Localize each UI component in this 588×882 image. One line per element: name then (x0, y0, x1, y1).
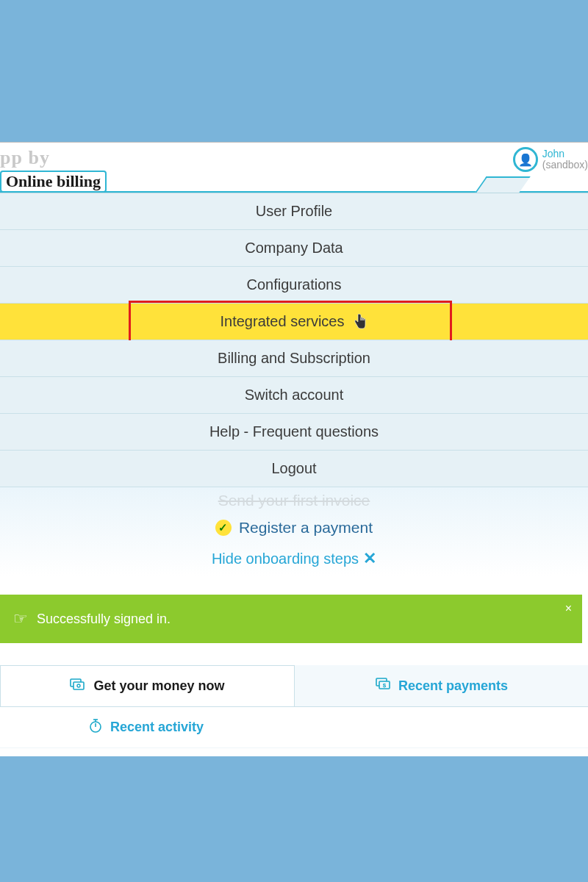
tab-label: Recent payments (398, 678, 508, 694)
tab-label: Get your money now (93, 678, 224, 694)
success-alert: ☞ Successfully signed in. × (0, 595, 582, 643)
menu-item-label: Company Data (245, 240, 343, 257)
pointing-hand-icon: ☞ (13, 609, 28, 628)
hide-onboarding-button[interactable]: Hide onboarding steps ✕ (0, 543, 588, 574)
main-content: Send your first invoice ✓ Register a pay… (0, 487, 588, 748)
menu-item-billing-subscription[interactable]: Billing and Subscription (0, 340, 588, 377)
onboarding-step-register-payment[interactable]: ✓ Register a payment (0, 512, 588, 543)
check-icon: ✓ (215, 520, 232, 536)
header: pp by Online billing 👤 John (sandbox) (0, 143, 588, 193)
onboarding-step-label: Register a payment (239, 519, 373, 537)
logo-text-bottom: Online billing (0, 171, 107, 193)
svg-rect-1 (74, 682, 84, 689)
stopwatch-icon (88, 718, 103, 736)
tab-label: Recent activity (110, 720, 204, 735)
user-label: John (sandbox) (542, 148, 588, 171)
user-dropdown-menu: User Profile Company Data Configurations… (0, 193, 588, 487)
tab-get-money-now[interactable]: Get your money now (0, 665, 295, 706)
menu-item-label: Configurations (247, 276, 342, 293)
hide-onboarding-label: Hide onboarding steps (212, 551, 359, 567)
menu-item-company-data[interactable]: Company Data (0, 230, 588, 267)
menu-item-integrated-services[interactable]: Integrated services (0, 304, 588, 340)
tab-recent-activity[interactable]: Recent activity (0, 707, 588, 748)
menu-item-help-faq[interactable]: Help - Frequent questions (0, 414, 588, 451)
menu-item-label: Billing and Subscription (218, 350, 370, 367)
alert-close-button[interactable]: × (565, 602, 572, 615)
menu-item-label: User Profile (256, 203, 332, 220)
menu-item-label: Logout (271, 460, 316, 477)
menu-item-switch-account[interactable]: Switch account (0, 377, 588, 414)
onboarding-step-send-invoice: Send your first invoice (0, 492, 588, 512)
user-avatar-icon: 👤 (513, 147, 538, 172)
pointer-cursor-icon (353, 313, 368, 333)
alert-message: Successfully signed in. (37, 612, 171, 627)
user-menu-trigger[interactable]: 👤 John (sandbox) (513, 147, 588, 172)
menu-item-label: Help - Frequent questions (209, 423, 379, 440)
logo: pp by Online billing (0, 143, 107, 193)
user-environment: (sandbox) (542, 159, 588, 171)
menu-item-label: Switch account (245, 387, 344, 404)
app-window: pp by Online billing 👤 John (sandbox) Us… (0, 142, 588, 756)
menu-item-label: Integrated services (220, 313, 345, 330)
close-icon: ✕ (363, 549, 376, 568)
menu-item-configurations[interactable]: Configurations (0, 267, 588, 304)
logo-text-top: pp by (0, 147, 107, 169)
tab-recent-payments[interactable]: $ Recent payments (295, 665, 588, 706)
menu-item-logout[interactable]: Logout (0, 451, 588, 487)
payments-icon: $ (375, 677, 391, 695)
menu-item-user-profile[interactable]: User Profile (0, 193, 588, 230)
dashboard-tabs: Get your money now $ Recent payments (0, 665, 588, 707)
user-name: John (542, 148, 564, 159)
svg-text:$: $ (383, 682, 387, 689)
dropdown-pointer (475, 176, 530, 193)
money-icon (70, 677, 86, 695)
